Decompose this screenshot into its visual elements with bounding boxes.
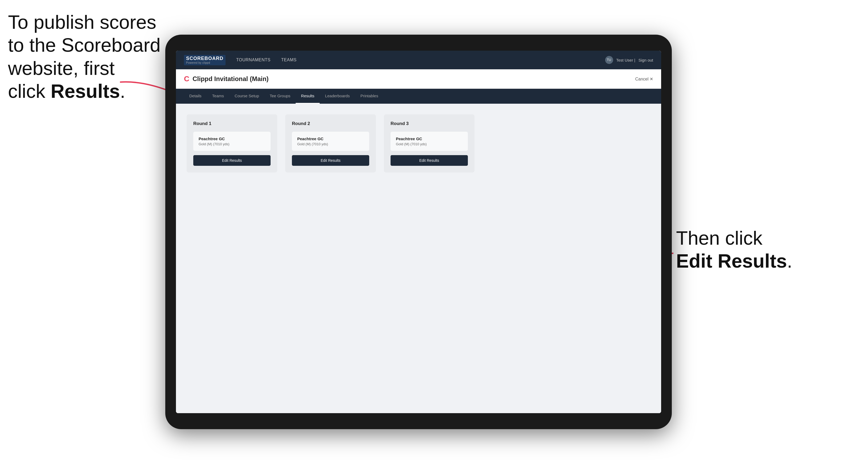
logo-sub: Powered by clippd [186,61,223,64]
round-3-title: Round 3 [391,121,468,126]
tab-leaderboards[interactable]: Leaderboards [320,89,355,104]
main-content: Round 1 Peachtree GC Gold (M) (7010 yds)… [176,104,661,413]
round-1-course-name: Peachtree GC [198,136,265,141]
round-1-course-detail: Gold (M) (7010 yds) [198,142,265,146]
tab-results[interactable]: Results [296,89,320,104]
tournament-title: Clippd Invitational (Main) [192,75,269,83]
instruction-right: Then click Edit Results. [676,226,820,273]
tab-bar: Details Teams Course Setup Tee Groups Re… [176,89,661,104]
tab-details[interactable]: Details [184,89,207,104]
edit-results-round-3-button[interactable]: Edit Results [391,155,468,166]
edit-results-round-1-button[interactable]: Edit Results [193,155,271,166]
nav-teams[interactable]: TEAMS [281,58,297,62]
round-1-course-card: Peachtree GC Gold (M) (7010 yds) [193,132,271,151]
c-logo-icon: C [184,75,189,83]
round-1-title: Round 1 [193,121,271,126]
tab-tee-groups[interactable]: Tee Groups [265,89,296,104]
logo-area: SCOREBOARD Powered by clippd [184,55,225,65]
tablet-frame: SCOREBOARD Powered by clippd TOURNAMENTS… [165,35,672,429]
nav-links: TOURNAMENTS TEAMS [236,58,605,62]
tab-teams[interactable]: Teams [207,89,229,104]
round-3-card: Round 3 Peachtree GC Gold (M) (7010 yds)… [384,114,474,173]
round-3-course-card: Peachtree GC Gold (M) (7010 yds) [391,132,468,151]
top-nav: SCOREBOARD Powered by clippd TOURNAMENTS… [176,51,661,69]
round-3-course-detail: Gold (M) (7010 yds) [396,142,463,146]
user-label: Test User | [616,58,635,62]
sign-out-link[interactable]: Sign out [639,58,653,62]
instruction-left: To publish scores to the Scoreboard webs… [8,11,163,103]
logo-box: SCOREBOARD Powered by clippd [184,55,225,65]
round-2-course-name: Peachtree GC [297,136,364,141]
round-2-course-detail: Gold (M) (7010 yds) [297,142,364,146]
logo-text: SCOREBOARD [186,56,223,61]
tablet-screen: SCOREBOARD Powered by clippd TOURNAMENTS… [176,51,661,413]
nav-tournaments[interactable]: TOURNAMENTS [236,58,271,62]
user-avatar: TU [605,56,613,64]
round-3-course-name: Peachtree GC [396,136,463,141]
round-2-course-card: Peachtree GC Gold (M) (7010 yds) [292,132,369,151]
round-2-title: Round 2 [292,121,369,126]
sub-header: C Clippd Invitational (Main) Cancel ✕ [176,69,661,89]
tournament-title-row: C Clippd Invitational (Main) [184,75,269,83]
round-2-card: Round 2 Peachtree GC Gold (M) (7010 yds)… [285,114,376,173]
edit-results-round-2-button[interactable]: Edit Results [292,155,369,166]
round-1-card: Round 1 Peachtree GC Gold (M) (7010 yds)… [187,114,277,173]
tab-printables[interactable]: Printables [355,89,383,104]
cancel-button[interactable]: Cancel ✕ [635,76,653,82]
tab-course-setup[interactable]: Course Setup [229,89,265,104]
nav-right: TU Test User | Sign out [605,56,653,64]
rounds-grid: Round 1 Peachtree GC Gold (M) (7010 yds)… [187,114,650,173]
